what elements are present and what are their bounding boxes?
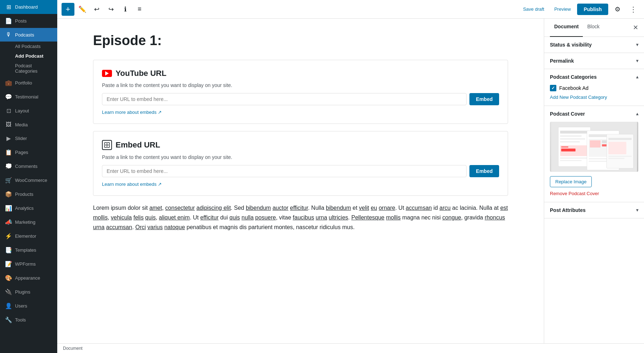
podcast-categories-header[interactable]: Podcast Categories ▴ bbox=[544, 69, 644, 85]
embed-block-title: Embed URL bbox=[102, 140, 499, 150]
sidebar-item-label: Elementor bbox=[15, 233, 36, 239]
editor-toolbar: + ✏️ ↩ ↪ ℹ ≡ Save draft Preview Publish … bbox=[57, 0, 644, 19]
sidebar-item-analytics[interactable]: 📊 Analytics bbox=[0, 201, 57, 215]
sidebar-item-templates[interactable]: 📑 Templates bbox=[0, 243, 57, 257]
svg-rect-11 bbox=[560, 158, 589, 159]
youtube-url-input[interactable] bbox=[102, 93, 467, 105]
portfolio-icon: 💼 bbox=[5, 79, 12, 86]
youtube-embed-button[interactable]: Embed bbox=[469, 93, 499, 105]
sidebar-item-slider[interactable]: ▶ Slider bbox=[0, 131, 57, 145]
podcast-cover-header[interactable]: Podcast Cover ▴ bbox=[544, 106, 644, 122]
preview-button[interactable]: Preview bbox=[551, 4, 574, 14]
redo-button[interactable]: ↪ bbox=[104, 3, 117, 16]
sidebar-item-testimonial[interactable]: 💬 Testimonial bbox=[0, 90, 57, 104]
sidebar-item-comments[interactable]: 💭 Comments bbox=[0, 159, 57, 173]
woocommerce-icon: 🛒 bbox=[5, 177, 12, 184]
youtube-title-text: YouTube URL bbox=[116, 69, 166, 78]
youtube-input-row: Embed bbox=[102, 93, 499, 105]
add-new-category-link[interactable]: Add New Podcast Category bbox=[550, 95, 607, 100]
sidebar-item-label: Dashboard bbox=[15, 4, 38, 10]
podcast-cover-image bbox=[550, 122, 638, 172]
tab-block[interactable]: Block bbox=[583, 19, 604, 37]
sidebar-item-label: Templates bbox=[15, 247, 36, 253]
save-draft-button[interactable]: Save draft bbox=[519, 4, 548, 14]
embed-block-icon bbox=[102, 140, 112, 150]
sidebar-item-podcasts[interactable]: 🎙 Podcasts bbox=[0, 28, 57, 42]
sidebar-item-label: Pages bbox=[15, 150, 28, 155]
embed-button[interactable]: Embed bbox=[469, 165, 499, 177]
category-checkbox[interactable] bbox=[550, 85, 556, 91]
svg-rect-24 bbox=[609, 156, 632, 157]
sidebar-item-appearance[interactable]: 🎨 Appearance bbox=[0, 271, 57, 285]
youtube-block-title: YouTube URL bbox=[102, 69, 499, 78]
sidebar-item-wpforms[interactable]: 📝 WPForms bbox=[0, 257, 57, 271]
sidebar-item-marketing[interactable]: 📣 Marketing bbox=[0, 215, 57, 229]
podcast-categories-section: Podcast Categories ▴ Facebook Ad Add New… bbox=[544, 69, 644, 106]
sidebar-item-woocommerce[interactable]: 🛒 WooCommerce bbox=[0, 173, 57, 187]
undo-button[interactable]: ↩ bbox=[90, 3, 103, 16]
panel-close-button[interactable]: ✕ bbox=[633, 19, 638, 37]
status-visibility-header[interactable]: Status & visibility ▾ bbox=[544, 37, 644, 53]
svg-rect-6 bbox=[560, 138, 585, 140]
sidebar-item-layout[interactable]: ⊡ Layout bbox=[0, 104, 57, 118]
sidebar-item-label: Media bbox=[15, 122, 28, 127]
editor-area: Episode 1: YouTube URL Paste a link to t… bbox=[57, 19, 544, 343]
edit-button[interactable]: ✏️ bbox=[76, 3, 89, 16]
wpforms-icon: 📝 bbox=[5, 261, 12, 267]
sidebar-item-posts[interactable]: 📄 Posts bbox=[0, 14, 57, 28]
remove-podcast-cover-link[interactable]: Remove Podcast Cover bbox=[550, 191, 638, 196]
sidebar-item-dashboard[interactable]: ⊞ Dashboard bbox=[0, 0, 57, 14]
embed-url-input[interactable] bbox=[102, 165, 467, 177]
svg-rect-25 bbox=[609, 158, 625, 159]
replace-image-button[interactable]: Replace Image bbox=[550, 176, 592, 187]
svg-rect-7 bbox=[560, 141, 580, 142]
sidebar-item-portfolio[interactable]: 💼 Portfolio bbox=[0, 76, 57, 90]
media-icon: 🖼 bbox=[5, 121, 12, 128]
sidebar-item-users[interactable]: 👤 Users bbox=[0, 299, 57, 313]
pages-icon: 📋 bbox=[5, 149, 12, 156]
podcast-categories-content: Facebook Ad Add New Podcast Category bbox=[544, 85, 644, 106]
sidebar-sub-podcast-categories[interactable]: Podcast Categories bbox=[0, 61, 57, 76]
sidebar-item-plugins[interactable]: 🔌 Plugins bbox=[0, 285, 57, 299]
info-button[interactable]: ℹ bbox=[119, 3, 132, 16]
sidebar-item-label: Slider bbox=[15, 136, 27, 141]
sidebar-item-tools[interactable]: 🔧 Tools bbox=[0, 313, 57, 327]
chevron-down-icon: ▾ bbox=[636, 208, 638, 213]
lorem-paragraph: Lorem ipsum dolor sit amet, consectetur … bbox=[93, 203, 508, 232]
sidebar-sub-all-podcasts[interactable]: All Podcasts bbox=[0, 42, 57, 51]
youtube-learn-more-link[interactable]: Learn more about embeds ↗ bbox=[102, 110, 499, 115]
sidebar-sub-label: All Podcasts bbox=[15, 44, 41, 49]
embed-url-block: Embed URL Paste a link to the content yo… bbox=[93, 131, 508, 196]
content-wrap: Episode 1: YouTube URL Paste a link to t… bbox=[57, 19, 644, 343]
publish-button[interactable]: Publish bbox=[577, 4, 608, 15]
post-attributes-header[interactable]: Post Attributes ▾ bbox=[544, 202, 644, 218]
post-attributes-label: Post Attributes bbox=[550, 207, 586, 213]
svg-rect-10 bbox=[561, 149, 576, 151]
sidebar-item-elementor[interactable]: ⚡ Elementor bbox=[0, 229, 57, 243]
plugins-icon: 🔌 bbox=[5, 289, 12, 295]
sidebar-item-media[interactable]: 🖼 Media bbox=[0, 118, 57, 131]
youtube-embed-block: YouTube URL Paste a link to the content … bbox=[93, 60, 508, 124]
add-block-button[interactable]: + bbox=[62, 3, 74, 16]
sidebar-sub-label: Podcast Categories bbox=[15, 63, 38, 74]
sidebar-item-label: WPForms bbox=[15, 261, 36, 267]
sidebar-item-products[interactable]: 📦 Products bbox=[0, 187, 57, 201]
slider-icon: ▶ bbox=[5, 135, 12, 142]
list-view-button[interactable]: ≡ bbox=[133, 3, 146, 16]
posts-icon: 📄 bbox=[5, 18, 12, 24]
sidebar-item-label: Layout bbox=[15, 108, 29, 113]
status-visibility-section: Status & visibility ▾ bbox=[544, 37, 644, 53]
sidebar-item-pages[interactable]: 📋 Pages bbox=[0, 145, 57, 159]
right-panel: Document Block ✕ Status & visibility ▾ P… bbox=[544, 19, 644, 343]
settings-button[interactable]: ⚙ bbox=[611, 3, 624, 16]
more-options-button[interactable]: ⋮ bbox=[627, 3, 640, 16]
permalink-header[interactable]: Permalink ▾ bbox=[544, 53, 644, 69]
embed-learn-more-link[interactable]: Learn more about embeds ↗ bbox=[102, 182, 499, 187]
podcast-categories-label: Podcast Categories bbox=[550, 74, 597, 80]
podcasts-icon: 🎙 bbox=[5, 32, 12, 38]
svg-rect-0 bbox=[104, 142, 109, 148]
tab-document[interactable]: Document bbox=[550, 19, 583, 37]
post-title[interactable]: Episode 1: bbox=[93, 33, 508, 48]
svg-rect-23 bbox=[609, 142, 626, 154]
sidebar-sub-add-podcast[interactable]: Add Podcast bbox=[0, 51, 57, 61]
